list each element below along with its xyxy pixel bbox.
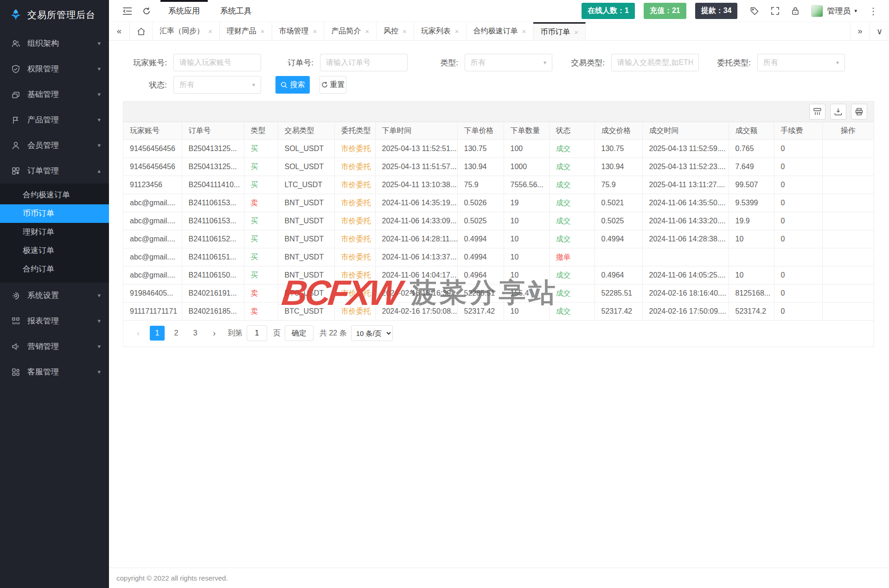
table-toolbar — [123, 101, 874, 122]
sidebar-item-basic[interactable]: 基础管理 ▾ — [0, 82, 109, 107]
sidebar-item-product[interactable]: 产品管理 ▾ — [0, 107, 109, 133]
user-menu[interactable]: 管理员 ▾ — [811, 5, 857, 17]
cell-deal-price: 75.9 — [595, 176, 642, 194]
tab-风控[interactable]: 风控× — [377, 22, 414, 40]
tabs-scroll-right-icon[interactable]: » — [850, 22, 870, 40]
cell-order-no: B240216185... — [182, 303, 244, 321]
tab-close-icon[interactable]: × — [261, 27, 265, 35]
tab-理财产品[interactable]: 理财产品× — [220, 22, 272, 40]
status-badge-1[interactable]: 充值：21 — [644, 3, 686, 19]
table-row: abc@gmail....B241106152...买BNT_USDT市价委托2… — [123, 230, 874, 248]
tab-市场管理[interactable]: 市场管理× — [272, 22, 325, 40]
cell-account: 919846405... — [123, 285, 182, 303]
app-title: 交易所管理后台 — [27, 9, 96, 21]
cell-order-no: B241106153... — [182, 212, 244, 230]
tab-close-icon[interactable]: × — [522, 27, 526, 35]
tabs-menu-icon[interactable]: ∨ — [870, 22, 889, 40]
topmenu-system-tools[interactable]: 系统工具 — [212, 0, 260, 22]
sidebar-item-system-settings[interactable]: 系统设置 ▾ — [0, 283, 109, 308]
cell-action — [822, 230, 874, 248]
status-badge-0[interactable]: 在线人数：1 — [582, 3, 635, 19]
tab-label: 理财产品 — [227, 26, 256, 36]
tab-玩家列表[interactable]: 玩家列表× — [414, 22, 467, 40]
cell-side: 买 — [244, 248, 278, 266]
sidebar-item-member[interactable]: 会员管理 ▾ — [0, 133, 109, 158]
next-page-icon[interactable]: › — [207, 326, 222, 341]
table-body: 91456456456B250413125...买SOL_USDT市价委托202… — [123, 140, 874, 321]
tab-close-icon[interactable]: × — [455, 27, 459, 35]
cell-deal-time: 2025-04-11 13:11:27.... — [642, 176, 729, 194]
cell-order-no: B2504111410... — [182, 176, 244, 194]
toggle-columns-button[interactable] — [809, 104, 825, 120]
sidebar-item-fast-orders[interactable]: 极速订单 — [0, 241, 109, 260]
tab-close-icon[interactable]: × — [313, 27, 317, 35]
goto-page-input[interactable] — [247, 325, 267, 341]
cell-account: 91456456456 — [123, 140, 182, 158]
status-select[interactable]: 所有 ▾ — [173, 76, 261, 94]
sidebar-item-contract-orders[interactable]: 合约订单 — [0, 260, 109, 278]
fullscreen-icon[interactable] — [771, 6, 780, 15]
tab-close-icon[interactable]: × — [208, 27, 212, 35]
order-no-label: 订单号: — [261, 57, 320, 68]
pair-input[interactable] — [611, 54, 699, 71]
reset-button[interactable]: 重置 — [320, 76, 346, 94]
page-button-2[interactable]: 2 — [169, 326, 184, 341]
shield-check-icon — [11, 64, 21, 74]
type-select[interactable]: 所有 ▾ — [465, 54, 552, 71]
cell-status: 成交 — [549, 230, 595, 248]
status-badge-2[interactable]: 提款：34 — [695, 3, 738, 19]
filter-order-no: 订单号: — [261, 54, 408, 71]
refresh-icon[interactable] — [137, 7, 156, 15]
cell-order-price: 52317.42 — [457, 303, 504, 321]
collapse-sidebar-icon[interactable] — [117, 7, 137, 15]
page-button-3[interactable]: 3 — [188, 326, 203, 341]
chevron-down-icon: ▾ — [836, 59, 839, 66]
account-input[interactable] — [173, 54, 261, 71]
sidebar-item-contract-fast-orders[interactable]: 合约极速订单 — [0, 186, 109, 204]
col-header-status: 状态 — [549, 122, 595, 140]
prev-page-icon[interactable]: ‹ — [131, 326, 146, 341]
sidebar-item-support[interactable]: 客服管理 ▾ — [0, 359, 109, 385]
tabs-scroll-left-icon[interactable]: « — [109, 22, 130, 40]
print-button[interactable] — [851, 104, 867, 120]
table-row: abc@gmail....B241106151...买BNT_USDT市价委托2… — [123, 248, 874, 266]
tag-icon[interactable] — [750, 6, 759, 16]
goto-confirm-button[interactable]: 确定 — [285, 325, 313, 341]
entrust-select[interactable]: 所有 ▾ — [757, 54, 845, 71]
tab-close-icon[interactable]: × — [574, 28, 578, 36]
sidebar-item-spot-orders[interactable]: 币币订单 — [0, 204, 109, 223]
tab-汇率（同步）[interactable]: 汇率（同步）× — [153, 22, 220, 40]
export-button[interactable] — [830, 104, 846, 120]
sidebar-item-marketing[interactable]: 营销管理 ▾ — [0, 334, 109, 359]
col-header-account: 玩家账号 — [123, 122, 182, 140]
sidebar-item-permission[interactable]: 权限管理 ▾ — [0, 56, 109, 82]
gear-icon — [11, 291, 21, 300]
tab-合约极速订单[interactable]: 合约极速订单× — [467, 22, 534, 40]
cell-account: 91456456456 — [123, 158, 182, 176]
sidebar-item-wealth-orders[interactable]: 理财订单 — [0, 223, 109, 241]
cell-pair: BNT_USDT — [278, 248, 334, 266]
cell-order-qty: 10 — [504, 248, 549, 266]
search-button[interactable]: 搜索 — [275, 76, 310, 94]
tab-close-icon[interactable]: × — [365, 27, 369, 35]
sidebar-item-orders[interactable]: 订单管理 ▴ — [0, 158, 109, 183]
cell-status: 成交 — [549, 212, 595, 230]
tab-close-icon[interactable]: × — [403, 27, 407, 35]
page-size-select[interactable]: 10 条/页 — [351, 325, 393, 341]
cell-side: 买 — [244, 140, 278, 158]
lock-icon[interactable] — [791, 6, 799, 15]
home-tab-icon[interactable] — [130, 22, 153, 40]
filter-row-2: 状态: 所有 ▾ 搜索 重置 — [123, 76, 889, 94]
topmenu-system-apps[interactable]: 系统应用 — [160, 0, 208, 22]
more-menu-icon[interactable]: ⋮ — [869, 6, 878, 17]
sidebar-item-reports[interactable]: 报表管理 ▾ — [0, 308, 109, 334]
page-button-1[interactable]: 1 — [150, 326, 165, 341]
tab-产品简介[interactable]: 产品简介× — [324, 22, 377, 40]
order-no-input[interactable] — [320, 54, 408, 71]
filter-status: 状态: 所有 ▾ — [123, 76, 261, 94]
sidebar-item-organization[interactable]: 组织架构 ▾ — [0, 31, 109, 56]
cell-order-time: 2025-04-13 11:51:57.... — [375, 158, 457, 176]
tab-币币订单[interactable]: 币币订单× — [533, 22, 586, 40]
cell-account: abc@gmail.... — [123, 248, 182, 266]
page-unit-label: 页 — [273, 329, 281, 338]
